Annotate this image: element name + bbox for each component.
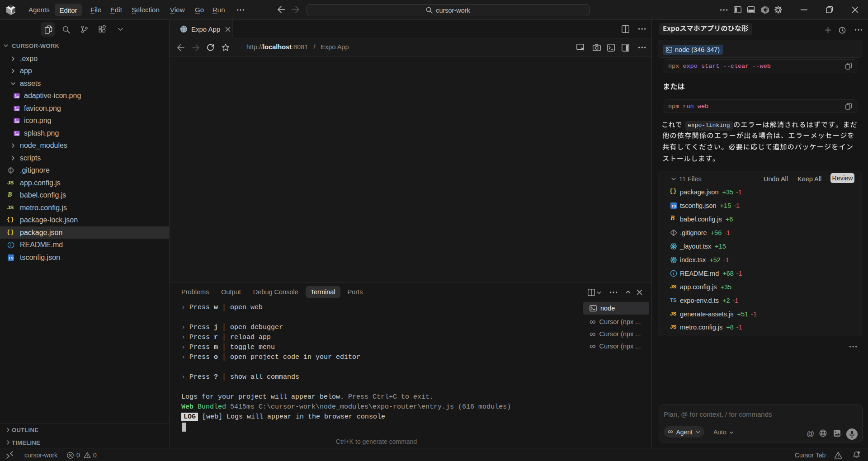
svg-text:TS: TS [671,203,676,208]
svg-text:TS: TS [9,255,14,260]
